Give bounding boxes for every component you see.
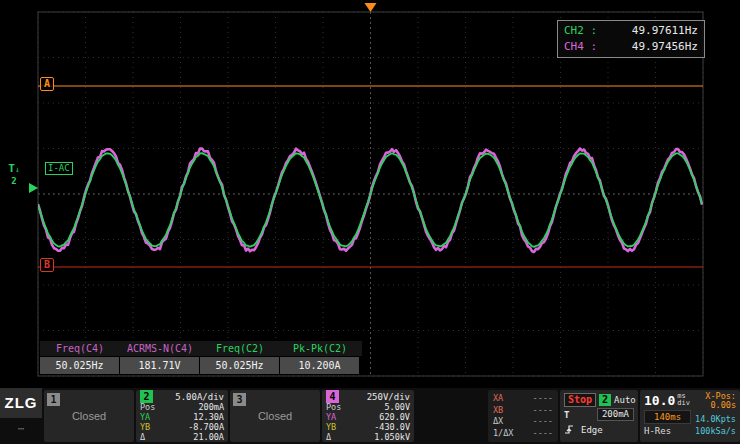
- channel-3-badge: 3: [233, 393, 246, 406]
- xa-value: ----: [533, 393, 553, 405]
- trigger-type[interactable]: Edge: [581, 425, 603, 435]
- measurement-values-row: 50.025Hz 181.71V 50.025Hz 10.200A: [40, 357, 362, 374]
- channel-2-ya-label: YA: [140, 412, 150, 422]
- channel-4-pos-label: Pos: [326, 402, 341, 412]
- channel-4-yb-label: YB: [326, 422, 336, 432]
- trigger-t-indicator: T: [564, 410, 574, 420]
- channel-2-pos-value[interactable]: 200mA: [198, 402, 224, 412]
- channel-3-state: Closed: [230, 410, 320, 422]
- measurement-label: ACRMS-N(C4): [120, 341, 200, 356]
- trigger-panel[interactable]: Stop 2 Auto T 200mA Edge: [560, 390, 638, 442]
- channel-2-pos-label: Pos: [140, 402, 155, 412]
- measurement-value: 181.71V: [120, 357, 199, 374]
- trigger-mode[interactable]: Auto: [614, 395, 636, 405]
- menu-dots-icon: ⋯: [0, 418, 42, 440]
- trigger-level-marker[interactable]: T↓ 2: [5, 163, 23, 187]
- frequency-readout-box: CH2 : 49.97611Hz CH4 : 49.97456Hz: [557, 20, 705, 58]
- channel-1-panel[interactable]: 1 Closed: [44, 390, 134, 442]
- hres-button[interactable]: H-Res: [644, 424, 691, 438]
- bottom-control-bar: ZLG ⋯ 1 Closed 2 5.00A/div Pos 200mA YA …: [0, 388, 740, 444]
- measurement-label: Pk-Pk(C2): [280, 341, 360, 356]
- acquisition-status-button[interactable]: Stop: [564, 393, 596, 407]
- channel-3-panel[interactable]: 3 Closed: [230, 390, 320, 442]
- measurement-value: 50.025Hz: [40, 357, 119, 374]
- trigger-source-badge: 2: [599, 394, 611, 406]
- menu-button[interactable]: ZLG ⋯: [0, 388, 42, 440]
- timebase-panel[interactable]: 10.0 ms div 140ms H-Res X-Pos: 0.00s 14.…: [640, 390, 740, 442]
- channel-4-scale[interactable]: 250V/div: [367, 392, 410, 402]
- capture-window-value: 140ms: [644, 410, 691, 424]
- delta-x-label: ΔX: [493, 416, 503, 428]
- x-cursor-panel: XA ---- XB ---- ΔX ---- 1/ΔX ----: [488, 390, 558, 442]
- waveform-plot: [0, 0, 740, 388]
- trigger-arrow-down-icon: ↓: [15, 165, 20, 174]
- inv-delta-x-label: 1/ΔX: [493, 428, 513, 440]
- measurement-label: Freq(C4): [40, 341, 120, 356]
- measurement-labels-row: Freq(C4) ACRMS-N(C4) Freq(C2) Pk-Pk(C2): [40, 341, 362, 356]
- channel-2-delta-value: 21.00A: [193, 432, 224, 442]
- cursor-b-handle[interactable]: B: [40, 258, 54, 272]
- timebase-scale-value: 10.0: [644, 393, 675, 408]
- channel-4-pos-value[interactable]: 5.00V: [384, 402, 410, 412]
- ch4-frequency-value: 49.97456Hz: [632, 39, 698, 55]
- channel-4-ya-label: YA: [326, 412, 336, 422]
- channel-1-state: Closed: [44, 410, 134, 422]
- timebase-unit: ms div: [677, 393, 690, 407]
- xb-label: XB: [493, 405, 503, 417]
- channel-2-yb-label: YB: [140, 422, 150, 432]
- measurement-value: 50.025Hz: [200, 357, 279, 374]
- rising-edge-icon: [564, 424, 578, 435]
- ch2-frequency-value: 49.97611Hz: [632, 23, 698, 39]
- channel-1-badge: 1: [47, 393, 60, 406]
- x-position-value: 0.00s: [695, 401, 736, 410]
- channel-4-delta-value: 1.050kV: [374, 432, 410, 442]
- channel-4-ya-value: 620.0V: [379, 412, 410, 422]
- sample-rate-value: 100kSa/s: [695, 426, 736, 437]
- ch2-frequency-row: CH2 : 49.97611Hz: [564, 23, 698, 39]
- channel-4-yb-value: -430.0V: [374, 422, 410, 432]
- ch4-frequency-row: CH4 : 49.97456Hz: [564, 39, 698, 55]
- trigger-level-value[interactable]: 200mA: [597, 408, 634, 421]
- channel-2-ya-value: 12.30A: [193, 412, 224, 422]
- memory-depth-value: 14.0Kpts: [695, 412, 736, 426]
- channel-2-yb-value: -8.700A: [188, 422, 224, 432]
- trigger-t-label: T: [8, 162, 15, 175]
- inv-delta-x-value: ----: [533, 428, 553, 440]
- xb-value: ----: [533, 405, 553, 417]
- measurement-label: Freq(C2): [200, 341, 280, 356]
- zlg-logo: ZLG: [0, 388, 42, 418]
- cursor-a-handle[interactable]: A: [40, 77, 54, 91]
- channel-4-delta-label: Δ: [326, 432, 331, 442]
- xa-label: XA: [493, 393, 503, 405]
- delta-x-value: ----: [533, 416, 553, 428]
- channel-4-panel[interactable]: 4 250V/div Pos 5.00V YA 620.0V YB -430.0…: [322, 390, 414, 442]
- trigger-source-number: 2: [11, 176, 16, 186]
- timebase-scale-button[interactable]: 10.0 ms div: [644, 392, 691, 408]
- measurement-readouts: Freq(C4) ACRMS-N(C4) Freq(C2) Pk-Pk(C2) …: [40, 341, 362, 374]
- ch4-label: CH4 :: [564, 39, 597, 55]
- x-position-readout: X-Pos: 0.00s: [695, 392, 736, 410]
- channel-2-panel[interactable]: 2 5.00A/div Pos 200mA YA 12.30A YB -8.70…: [136, 390, 228, 442]
- ch2-label: CH2 :: [564, 23, 597, 39]
- coupling-badge: I-AC: [45, 162, 73, 175]
- measurement-value: 10.200A: [280, 357, 359, 374]
- channel-2-delta-label: Δ: [140, 432, 145, 442]
- waveform-display-area: T↓ 2 I-AC A B CH2 : 49.97611Hz CH4 : 49.…: [0, 0, 740, 388]
- channel-2-scale[interactable]: 5.00A/div: [175, 392, 224, 402]
- timebase-unit-bottom: div: [677, 400, 690, 407]
